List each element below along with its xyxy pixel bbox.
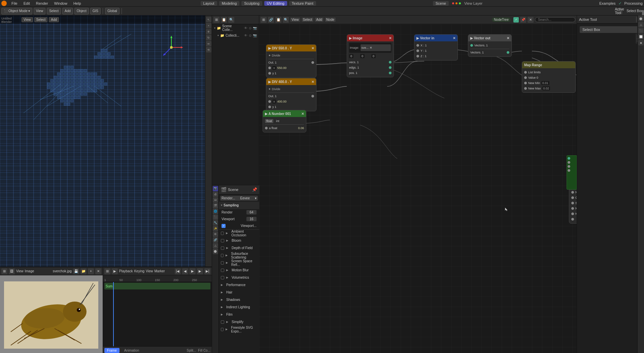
object-prop-icon[interactable]: ⬛ [213,214,218,220]
uv-editing-btn[interactable]: UV Editing [264,1,287,6]
image-selector[interactable]: sve... ✕ [361,44,391,51]
ne-mode-btn[interactable]: ⊞ [261,17,267,23]
img-close-btn[interactable]: ✕ [95,268,101,274]
tl-end-btn[interactable]: ▶| [204,268,210,274]
outliner-filter-btn[interactable]: 🔍 [228,17,234,23]
material-prop-icon[interactable]: ⬤ [213,249,218,254]
film-item[interactable]: ▶ Film [219,311,259,318]
simplify-item[interactable]: ▶ Simplify [219,318,259,326]
x-socket[interactable] [268,67,271,69]
frame-tab[interactable]: Frame [104,348,120,353]
ne-view-btn[interactable]: View [290,17,300,22]
img-folder-btn[interactable]: 📁 [80,268,87,274]
rn-sock2[interactable] [568,161,570,164]
render-engine-dropdown[interactable]: Render... Eevee ▾ [220,196,258,201]
tool-scale[interactable]: ⇔ [206,41,211,46]
bloom-item[interactable]: ▶ Bloom [219,237,259,244]
view-btn-tl[interactable]: View [146,269,153,273]
tool-transform[interactable]: ⟲ [206,47,211,52]
particle-prop-icon[interactable]: ✨ [213,226,218,231]
visibility-icon2[interactable]: 👁 [244,34,247,37]
vecs-socket[interactable] [389,61,392,64]
vi-x-sock[interactable] [416,44,419,47]
dof-checkbox[interactable] [221,246,224,250]
tl-play-btn[interactable]: ▶ [190,268,196,274]
tool-select[interactable]: ↖ [206,17,211,22]
image-icon[interactable]: 🖼 [9,268,15,274]
texture-paint-btn[interactable]: Texture Paint [289,1,316,6]
keying-btn[interactable]: Keying [134,269,144,273]
shadows-item[interactable]: ▶ Shadows [219,296,259,304]
x2-socket[interactable] [268,100,271,103]
plane-ny-sock[interactable] [571,212,574,215]
node-canvas[interactable]: ▶ DIV 550.0 . Y ✕ ✦ Divide Out. 1 x [259,24,577,353]
an-out-socket[interactable] [265,127,268,129]
vol-checkbox[interactable] [221,276,224,279]
scene-prop-icon[interactable]: 🎬 [213,203,218,208]
rn-sock3[interactable] [568,165,570,168]
ne-filter-btn[interactable]: 🔍 [283,17,289,23]
viewport-add-btn[interactable]: Add [49,17,59,22]
menu-edit[interactable]: Edit [21,1,33,6]
int-tab[interactable]: int [275,119,281,123]
out2-socket[interactable] [311,95,314,97]
image-close[interactable]: ✕ [389,36,392,40]
menu-window[interactable]: Window [52,1,70,6]
float-tab[interactable]: float [265,119,273,123]
node-search-input[interactable] [535,17,575,22]
select-btn[interactable]: Select [47,8,61,14]
fill-label[interactable]: Fill Co... [198,349,210,352]
mr-in[interactable] [524,71,527,74]
gis-btn[interactable]: GIS [90,8,101,14]
dof-item[interactable]: ▶ Depth of Field [219,244,259,252]
outliner-collection[interactable]: ▾ 📁 Collecti... 👁 ⊙ 📷 [212,32,259,39]
visibility-icon[interactable]: 👁 [244,26,247,30]
scene-name[interactable]: Scene [433,1,449,6]
tl-mode-btn[interactable]: ⊞ [104,268,110,274]
vi-close[interactable]: ✕ [453,36,455,40]
vo-out-sock[interactable] [507,51,509,54]
render-prop-icon[interactable]: 📷 [213,186,218,191]
image-view-btn[interactable]: ⊞ [1,268,7,274]
bloom-checkbox[interactable] [221,239,224,242]
tl-prev-btn[interactable]: ◀ [182,268,188,274]
render-icon2[interactable]: ⊙ [249,34,251,37]
vo-in-sock[interactable] [470,44,473,47]
motion-blur-item[interactable]: ▶ Motion Blur [219,267,259,274]
ne-x-btn[interactable]: ✕ [528,17,534,23]
constraint-prop-icon[interactable]: 🔗 [213,237,218,243]
viewport-3d[interactable]: Untitled Blender View Select Add [0,15,212,267]
vi-z-sock[interactable] [416,55,419,57]
sss-checkbox[interactable] [221,254,224,257]
ssr-checkbox[interactable] [221,261,224,265]
mr-nm-in[interactable] [524,82,527,84]
vo-close[interactable]: ✕ [507,36,509,40]
sss-item[interactable]: ▶ Subsurface Scattering [219,252,259,259]
world-prop-icon[interactable]: 🌐 [213,209,218,214]
viewport-select-btn[interactable]: Select [34,17,48,22]
ne-pin-btn[interactable]: 📌 [520,17,526,23]
out-socket[interactable] [311,61,314,64]
volumetrics-item[interactable]: ▶ Volumetrics [219,274,259,281]
rs-btn4[interactable]: ⬜ [638,34,644,39]
div400-close[interactable]: ✕ [311,80,314,84]
rn-sock1[interactable] [568,157,570,160]
ao-checkbox[interactable] [221,232,224,235]
vi-y-sock[interactable] [416,49,419,52]
mode-select[interactable]: ⬛ Object Mode ▾ [1,8,32,14]
plane-ns-sock[interactable] [571,191,574,194]
image-label[interactable]: Image [25,269,34,273]
rn-sock4[interactable] [568,169,570,172]
global-btn[interactable]: Global [105,8,120,14]
viewport-value[interactable]: 16 [246,217,257,221]
camera-icon[interactable]: 📷 [253,26,257,30]
y-socket[interactable] [268,72,271,75]
exclude-icon[interactable]: ⊙ [249,26,251,30]
rs-btn1[interactable]: ⬤ [638,16,644,21]
node-tree-label[interactable]: NodeTree [492,17,511,22]
data-prop-icon[interactable]: △ [213,243,218,248]
select-box-btn[interactable]: Select Box [580,26,641,33]
viewport-view-btn[interactable]: View [22,17,33,22]
mr-v-in[interactable] [524,76,527,79]
timeline-content[interactable]: Sum [103,282,212,346]
